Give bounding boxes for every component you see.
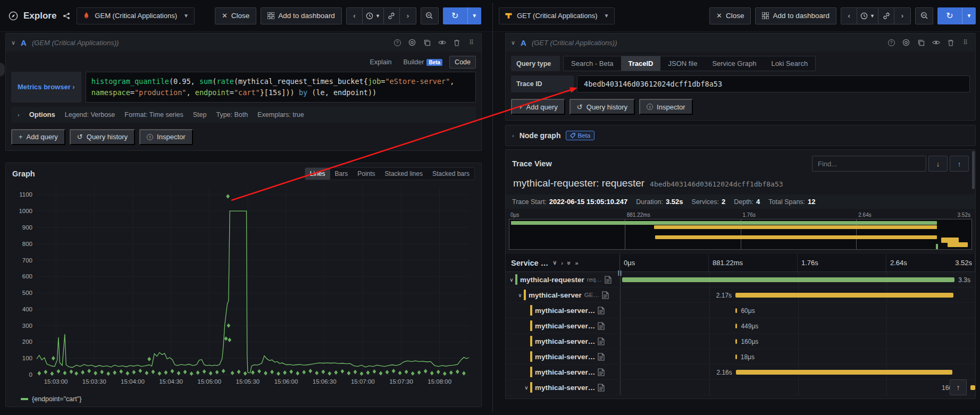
span-timeline-cell[interactable]: 166.82m xyxy=(620,380,975,395)
query-type-loki-search[interactable]: Loki Search xyxy=(764,56,815,71)
span-logs-icon[interactable] xyxy=(598,322,605,330)
find-next-button[interactable]: ↓ xyxy=(928,156,948,172)
trace-minimap[interactable] xyxy=(509,219,972,250)
query-help-icon[interactable]: ? xyxy=(393,38,401,47)
tab-code[interactable]: Code xyxy=(449,56,476,69)
span-logs-icon[interactable] xyxy=(598,353,605,361)
graph-mode-stacked-lines[interactable]: Stacked lines xyxy=(380,168,428,180)
datasource-picker-right[interactable]: GET (Critical Applications) ▼ xyxy=(499,7,615,24)
run-query-button[interactable]: ↻ xyxy=(443,7,467,24)
span-row[interactable]: mythical-server…18μs xyxy=(506,349,975,365)
chevron-down-icon[interactable]: ∨ xyxy=(516,292,524,298)
span-name-cell[interactable]: mythical-server… xyxy=(506,349,620,364)
graph-mode-bars[interactable]: Bars xyxy=(330,168,353,180)
service-operation-column-header[interactable]: Service … ∨ › » » || xyxy=(506,254,620,272)
drag-handle-icon[interactable]: ⠿ xyxy=(961,38,970,47)
trace-id-input[interactable] xyxy=(577,75,970,92)
zoom-out-button[interactable] xyxy=(421,7,439,24)
column-resize-handle[interactable]: || xyxy=(618,269,622,276)
remove-query-icon[interactable] xyxy=(947,38,955,47)
query-record-icon[interactable] xyxy=(902,38,910,47)
find-prev-button[interactable]: ↑ xyxy=(950,156,969,172)
graph-mode-points[interactable]: Points xyxy=(353,168,380,180)
query-type-search-beta[interactable]: Search - Beta xyxy=(564,56,621,71)
span-duration-bar[interactable] xyxy=(735,324,737,328)
query-type-json-file[interactable]: JSON file xyxy=(660,56,705,71)
hide-response-icon[interactable] xyxy=(932,38,940,47)
query-history-button[interactable]: ↺Query history xyxy=(70,129,135,145)
span-duration-bar[interactable] xyxy=(970,385,975,390)
sidebar-toggle-handle[interactable] xyxy=(0,63,5,77)
add-query-button[interactable]: +Add query xyxy=(511,99,565,115)
span-row[interactable]: mythical-server…449μs xyxy=(506,318,975,334)
inspector-button[interactable]: iInspector xyxy=(639,99,692,115)
span-name-cell[interactable]: mythical-server… xyxy=(506,365,620,379)
span-row[interactable]: ∨mythical-serverGE…2.17s xyxy=(506,287,975,303)
span-timeline-cell[interactable]: 18μs xyxy=(620,349,975,364)
inspector-button[interactable]: iInspector xyxy=(139,129,192,145)
span-timeline-cell[interactable]: 449μs xyxy=(620,318,975,333)
time-shift-forward-button[interactable]: › xyxy=(894,8,910,24)
tab-builder[interactable]: BuilderBeta xyxy=(399,56,448,68)
time-shift-forward-button[interactable]: › xyxy=(400,8,416,24)
span-duration-bar[interactable] xyxy=(735,293,953,298)
span-timeline-cell[interactable]: 2.16s xyxy=(620,365,975,379)
time-shift-back-button[interactable]: ‹ xyxy=(841,8,857,24)
span-row[interactable]: ∨mythical-server…166.82m xyxy=(506,380,975,395)
span-logs-icon[interactable] xyxy=(605,276,612,284)
pane-splitter[interactable] xyxy=(492,3,493,411)
hide-response-icon[interactable] xyxy=(438,38,446,47)
query-record-icon[interactable] xyxy=(408,38,416,47)
collapse-query-icon[interactable]: ∨ xyxy=(511,39,515,46)
zoom-out-button[interactable] xyxy=(915,7,933,24)
span-name-cell[interactable]: mythical-server… xyxy=(506,303,620,318)
span-logs-icon[interactable] xyxy=(602,291,609,299)
span-name-cell[interactable]: mythical-server… xyxy=(506,334,620,349)
run-query-dropdown[interactable]: ▼ xyxy=(962,7,976,24)
duplicate-query-icon[interactable] xyxy=(917,38,925,47)
duplicate-query-icon[interactable] xyxy=(423,38,431,47)
chevron-down-icon[interactable]: ∨ xyxy=(508,277,515,283)
span-logs-icon[interactable] xyxy=(598,337,605,345)
find-input[interactable] xyxy=(812,156,926,172)
span-name-cell[interactable]: ∨mythical-requesterreq… xyxy=(506,272,620,287)
span-row[interactable]: mythical-server…2.16s xyxy=(506,365,975,380)
datasource-picker-left[interactable]: GEM (Critical Applications) ▼ xyxy=(77,7,195,24)
add-query-button[interactable]: +Add query xyxy=(11,129,65,145)
span-name-cell[interactable]: mythical-server… xyxy=(506,318,620,333)
time-picker-button[interactable]: ▼ xyxy=(363,8,384,24)
copy-link-button[interactable] xyxy=(878,8,894,24)
query-type-service-graph[interactable]: Service Graph xyxy=(705,56,764,71)
span-timeline-cell[interactable]: 160μs xyxy=(620,334,975,349)
graph-mode-lines[interactable]: Lines xyxy=(305,168,330,180)
run-query-button[interactable]: ↻ xyxy=(937,7,962,24)
expand-all-icon[interactable]: » xyxy=(575,260,579,266)
span-row[interactable]: ∨mythical-requesterreq…3.3s xyxy=(506,272,975,287)
run-query-dropdown[interactable]: ▼ xyxy=(467,7,481,24)
span-name-cell[interactable]: ∨mythical-server… xyxy=(506,380,620,395)
scroll-to-top-button[interactable]: ↑ xyxy=(950,379,967,395)
span-duration-bar[interactable] xyxy=(736,370,953,375)
span-logs-icon[interactable] xyxy=(598,368,605,376)
time-picker-button[interactable]: ▼ xyxy=(857,8,878,24)
query-options-row[interactable]: › Options Legend: VerboseFormat: Time se… xyxy=(11,107,476,123)
metrics-browser-button[interactable]: Metrics browser › xyxy=(11,72,81,103)
expand-one-icon[interactable]: › xyxy=(561,260,563,266)
span-name-cell[interactable]: ∨mythical-serverGE… xyxy=(506,287,620,302)
close-split-left-button[interactable]: ✕Close xyxy=(215,7,256,24)
remove-query-icon[interactable] xyxy=(453,38,461,47)
collapse-all-icon[interactable]: » xyxy=(565,261,573,265)
span-timeline-cell[interactable]: 3.3s xyxy=(620,272,975,287)
scrollbar-thumb[interactable] xyxy=(972,151,975,189)
chevron-down-icon[interactable]: ∨ xyxy=(523,385,530,391)
span-timeline-cell[interactable]: 2.17s xyxy=(620,287,975,302)
promql-code-editor[interactable]: histogram_quantile(0.95, sum(rate(mythic… xyxy=(86,72,476,103)
share-icon[interactable] xyxy=(61,10,72,22)
drag-handle-icon[interactable]: ⠿ xyxy=(467,38,476,47)
close-split-right-button[interactable]: ✕Close xyxy=(709,7,751,24)
graph-mode-stacked-bars[interactable]: Stacked bars xyxy=(428,168,474,180)
collapse-query-icon[interactable]: ∨ xyxy=(11,39,15,46)
timeseries-chart[interactable]: 01002003004005006007008009001000110015:0… xyxy=(6,181,481,395)
span-duration-bar[interactable] xyxy=(622,277,954,282)
span-logs-icon[interactable] xyxy=(598,307,605,315)
